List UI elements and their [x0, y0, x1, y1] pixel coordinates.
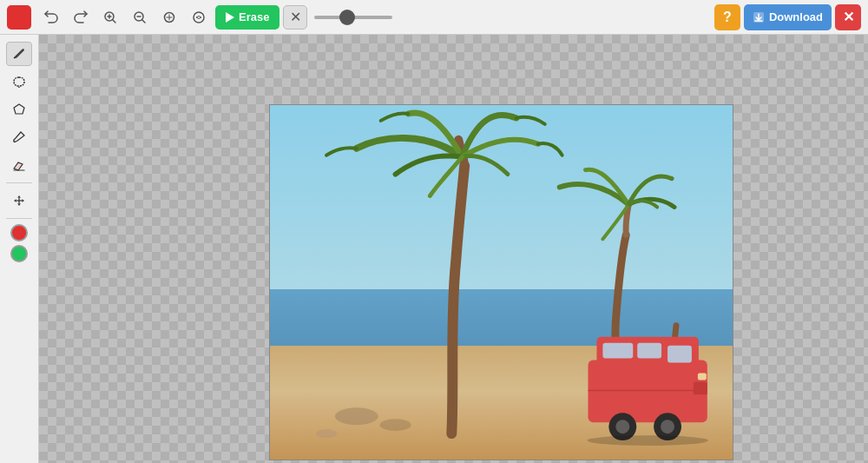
eraser-tool-button[interactable]: [6, 153, 32, 177]
main-image[interactable]: [269, 104, 733, 460]
download-button[interactable]: Download: [744, 4, 832, 30]
help-button[interactable]: ?: [714, 4, 740, 30]
top-toolbar: Erase ✕ ? Download ✕: [0, 0, 868, 35]
close-icon: ✕: [843, 9, 854, 25]
erase-button[interactable]: Erase: [215, 5, 279, 30]
download-icon: [753, 11, 765, 23]
zoom-out-button[interactable]: [127, 5, 153, 30]
ground-layer: [270, 346, 733, 460]
left-sidebar: [0, 35, 39, 463]
pencil-tool-button[interactable]: [6, 42, 32, 66]
brush-icon: [12, 130, 26, 144]
cancel-icon: ✕: [290, 9, 301, 25]
move-icon: [12, 194, 26, 208]
svg-marker-13: [14, 104, 24, 114]
color-red-swatch[interactable]: [10, 224, 28, 241]
close-button[interactable]: ✕: [835, 4, 861, 30]
erase-label: Erase: [239, 10, 269, 23]
brush-tool-button[interactable]: [6, 125, 32, 149]
eraser-icon: [12, 158, 26, 172]
zoom-in-button[interactable]: [97, 5, 123, 30]
cancel-erase-button[interactable]: ✕: [283, 5, 307, 30]
redo-button[interactable]: [68, 5, 94, 30]
sky-layer: [270, 105, 733, 300]
download-label: Download: [769, 10, 823, 23]
svg-line-6: [142, 20, 145, 23]
pencil-icon: [12, 47, 26, 61]
svg-line-3: [113, 20, 115, 23]
sidebar-divider: [6, 182, 32, 183]
play-icon: [226, 12, 234, 23]
zoom-fit-button[interactable]: [156, 5, 182, 30]
move-tool-button[interactable]: [6, 189, 32, 213]
canvas-area[interactable]: [39, 35, 868, 463]
color-green-swatch[interactable]: [10, 245, 28, 262]
lasso-tool-button[interactable]: [6, 69, 32, 94]
main-image-container: [269, 104, 733, 460]
svg-point-10: [194, 12, 204, 23]
brush-size-slider[interactable]: [314, 16, 392, 19]
polygon-tool-button[interactable]: [6, 97, 32, 122]
logo-button[interactable]: [7, 5, 31, 30]
help-label: ?: [723, 10, 732, 25]
undo-button[interactable]: [38, 5, 64, 30]
sidebar-divider-2: [6, 218, 32, 219]
brush-size-control: [314, 16, 392, 19]
polygon-icon: [12, 103, 26, 116]
lasso-icon: [12, 75, 26, 89]
zoom-reset-button[interactable]: [186, 5, 212, 30]
